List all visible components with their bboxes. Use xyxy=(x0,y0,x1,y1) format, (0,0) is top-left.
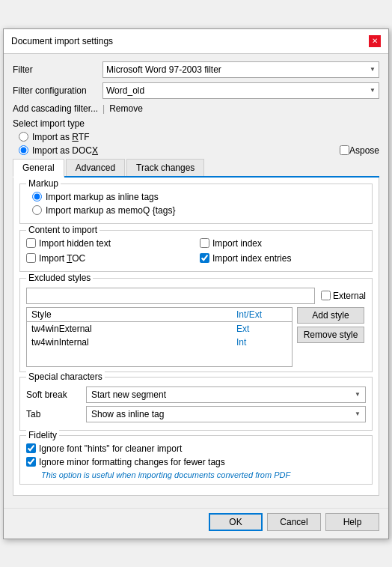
import-rtf-label: Import as RTF xyxy=(32,132,89,142)
style-intext-1: Ext xyxy=(232,322,292,336)
style-name-1: tw4winExternal xyxy=(27,322,232,336)
content-import-group: Content to import Import hidden text Imp… xyxy=(19,230,373,272)
markup-inline-radio[interactable] xyxy=(32,192,42,201)
remove-button[interactable]: Remove xyxy=(109,103,143,114)
hidden-text-label: Import hidden text xyxy=(39,238,111,249)
import-rtf-row: Import as RTF xyxy=(13,132,98,142)
tab-label: Tab xyxy=(26,409,86,419)
dialog-title: Document import settings xyxy=(11,36,113,46)
table-row[interactable]: tw4winInternal Int xyxy=(27,336,292,349)
ignore-minor-checkbox[interactable] xyxy=(26,457,36,467)
soft-break-value: Start new segment xyxy=(91,389,166,400)
import-docx-radio[interactable] xyxy=(19,145,28,155)
hidden-text-checkbox[interactable] xyxy=(26,238,36,248)
add-cascading-button[interactable]: Add cascading filter... xyxy=(13,103,98,114)
style-col-header: Style xyxy=(27,308,232,321)
style-table-header: Style Int/Ext xyxy=(27,308,292,322)
import-docx-label: Import as DOCX xyxy=(32,145,98,156)
special-chars-title: Special characters xyxy=(26,372,105,382)
ignore-font-checkbox[interactable] xyxy=(26,443,36,453)
close-button[interactable]: ✕ xyxy=(369,35,381,47)
import-index-entries-row: Import index entries xyxy=(200,253,366,264)
import-index-entries-checkbox[interactable] xyxy=(200,253,209,263)
aspose-checkbox[interactable] xyxy=(340,145,349,155)
style-name-2: tw4winInternal xyxy=(27,336,232,349)
table-row[interactable]: tw4winExternal Ext xyxy=(27,322,292,336)
filter-config-combo[interactable]: Word_old ▼ xyxy=(102,82,379,99)
fidelity-content: Ignore font "hints" for cleaner import I… xyxy=(26,440,366,479)
tab-general-content: Markup Import markup as inline tags Impo… xyxy=(13,178,379,496)
tab-bar: General Advanced Track changes xyxy=(13,159,379,178)
tab-row: Tab Show as inline tag ▼ xyxy=(26,406,366,422)
ok-button[interactable]: OK xyxy=(209,513,263,531)
intext-col-header: Int/Ext xyxy=(232,308,292,321)
fidelity-note: This option is useful when importing doc… xyxy=(41,470,366,479)
tab-combo[interactable]: Show as inline tag ▼ xyxy=(86,406,366,422)
style-intext-2: Int xyxy=(232,336,292,349)
filter-config-row: Filter configuration Word_old ▼ xyxy=(13,82,379,99)
markup-memoq-row: Import markup as memoQ {tags} xyxy=(26,205,366,216)
import-index-entries-label: Import index entries xyxy=(212,253,291,264)
tab-track-changes[interactable]: Track changes xyxy=(126,159,204,176)
add-style-button[interactable]: Add style xyxy=(297,307,364,324)
markup-memoq-label: Import markup as memoQ {tags} xyxy=(46,205,175,216)
soft-break-combo[interactable]: Start new segment ▼ xyxy=(86,386,366,403)
external-checkbox[interactable] xyxy=(321,291,331,300)
help-button[interactable]: Help xyxy=(325,513,379,531)
link-bar: Add cascading filter... | Remove xyxy=(13,103,379,114)
soft-break-row: Soft break Start new segment ▼ xyxy=(26,386,366,403)
special-chars-group: Special characters Soft break Start new … xyxy=(19,377,373,431)
cancel-button[interactable]: Cancel xyxy=(267,513,321,531)
filter-config-label: Filter configuration xyxy=(13,85,102,96)
import-index-label: Import index xyxy=(212,238,262,249)
filter-value: Microsoft Word 97-2003 filter xyxy=(106,64,221,75)
ignore-minor-label: Ignore minor formatting changes for fewe… xyxy=(39,457,225,467)
ignore-font-label: Ignore font "hints" for cleaner import xyxy=(39,443,182,454)
import-index-row: Import index xyxy=(200,238,366,249)
import-toc-label: Import TOC xyxy=(39,253,85,264)
excluded-styles-group: Excluded styles External Style xyxy=(19,278,373,372)
tab-arrow-icon: ▼ xyxy=(355,410,361,417)
import-rtf-radio[interactable] xyxy=(19,132,28,142)
content-import-title: Content to import xyxy=(26,225,99,235)
external-check-label: External xyxy=(321,291,366,301)
import-type-options: Import as RTF Import as DOCX xyxy=(13,132,98,159)
link-separator: | xyxy=(102,103,105,114)
remove-style-button[interactable]: Remove style xyxy=(297,327,364,343)
tab-value: Show as inline tag xyxy=(91,409,164,419)
import-toc-checkbox[interactable] xyxy=(26,253,36,263)
filter-config-value: Word_old xyxy=(106,85,144,96)
markup-inline-row: Import markup as inline tags xyxy=(26,192,366,202)
title-bar: Document import settings ✕ xyxy=(4,29,388,54)
special-chars-content: Soft break Start new segment ▼ Tab Show … xyxy=(26,382,366,422)
filter-combo[interactable]: Microsoft Word 97-2003 filter ▼ xyxy=(102,61,379,78)
aspose-label: Aspose xyxy=(349,145,379,156)
footer: OK Cancel Help xyxy=(4,508,388,539)
ignore-font-row: Ignore font "hints" for cleaner import xyxy=(26,443,366,454)
import-type-label: Select import type xyxy=(13,118,379,129)
markup-options: Import markup as inline tags Import mark… xyxy=(26,189,366,216)
tab-general[interactable]: General xyxy=(13,159,64,178)
tab-advanced[interactable]: Advanced xyxy=(66,159,125,176)
excluded-styles-title: Excluded styles xyxy=(26,273,93,283)
filter-config-arrow-icon: ▼ xyxy=(370,87,376,94)
hidden-text-row: Import hidden text xyxy=(26,238,192,249)
fidelity-group: Fidelity Ignore font "hints" for cleaner… xyxy=(19,435,373,485)
import-type-section: Select import type Import as RTF Import … xyxy=(13,118,379,159)
filter-label: Filter xyxy=(13,64,102,75)
import-index-checkbox[interactable] xyxy=(200,238,209,248)
fidelity-title: Fidelity xyxy=(26,430,59,440)
excl-buttons: Add style Remove style xyxy=(297,307,364,343)
excl-main-area: Style Int/Ext tw4winExternal Ext tw4winI… xyxy=(26,307,366,367)
ignore-minor-row: Ignore minor formatting changes for fewe… xyxy=(26,457,366,467)
aspose-row: Aspose xyxy=(340,145,379,156)
markup-inline-label: Import markup as inline tags xyxy=(46,192,159,202)
dialog-content: Filter Microsoft Word 97-2003 filter ▼ F… xyxy=(4,54,388,508)
external-label: External xyxy=(333,291,366,301)
style-input[interactable] xyxy=(26,288,315,304)
content-import-options: Import hidden text Import index Import T… xyxy=(26,235,366,267)
markup-memoq-radio[interactable] xyxy=(32,205,42,215)
filter-arrow-icon: ▼ xyxy=(370,66,376,73)
soft-break-label: Soft break xyxy=(26,389,86,400)
import-docx-row: Import as DOCX xyxy=(13,145,98,156)
